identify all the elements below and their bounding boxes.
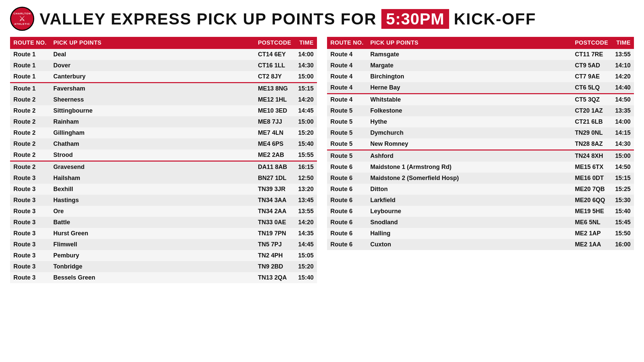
cell-route: Route 5: [327, 138, 367, 150]
cell-pickup: Dover: [50, 60, 255, 71]
cell-time: 14:10: [612, 60, 634, 71]
cell-postcode: TN28 8AZ: [572, 138, 612, 150]
cell-postcode: ME20 7QB: [572, 184, 612, 195]
cell-time: 15:00: [295, 116, 317, 127]
cell-route: Route 3: [10, 195, 50, 206]
cell-postcode: ME12 1HL: [255, 94, 295, 105]
cell-pickup: Snodland: [367, 217, 572, 228]
cell-time: 14:20: [612, 71, 634, 82]
right-table: ROUTE NO. PICK UP POINTS POSTCODE TIME R…: [327, 37, 634, 250]
title-after: KICK-OFF: [454, 10, 536, 28]
cell-postcode: CT9 5AD: [572, 60, 612, 71]
right-col-pickup-header: PICK UP POINTS: [367, 37, 572, 49]
cell-postcode: TN2 4PH: [255, 250, 295, 261]
table-row: Route 2 Strood ME2 2AB 15:55: [10, 149, 317, 161]
cell-pickup: Sittingbourne: [50, 105, 255, 116]
table-row: Route 6 Maidstone 1 (Armstrong Rd) ME15 …: [327, 162, 634, 173]
cell-route: Route 6: [327, 239, 367, 250]
cell-time: 15:15: [612, 173, 634, 184]
cell-postcode: ME2 1AP: [572, 228, 612, 239]
table-row: Route 3 Hurst Green TN19 7PN 14:35: [10, 228, 317, 239]
header-title: VALLEY EXPRESS PICK UP POINTS FOR 5:30PM…: [40, 9, 536, 29]
cell-time: 14:00: [612, 116, 634, 127]
cell-pickup: Flimwell: [50, 239, 255, 250]
cell-pickup: Hailsham: [50, 173, 255, 184]
cell-route: Route 3: [10, 228, 50, 239]
cell-route: Route 6: [327, 184, 367, 195]
cell-pickup: Birchington: [367, 71, 572, 82]
cell-postcode: TN33 0AE: [255, 217, 295, 228]
cell-pickup: Bessels Green: [50, 272, 255, 283]
left-col-pickup-header: PICK UP POINTS: [50, 37, 255, 49]
table-row: Route 3 Hastings TN34 3AA 13:45: [10, 195, 317, 206]
title-before: VALLEY EXPRESS PICK UP POINTS FOR: [40, 10, 377, 28]
cell-route: Route 1: [10, 60, 50, 71]
cell-pickup: Gravesend: [50, 161, 255, 173]
cell-time: 15:20: [295, 261, 317, 272]
cell-pickup: Gillingham: [50, 127, 255, 138]
cell-postcode: CT14 6EY: [255, 49, 295, 60]
cell-pickup: Pembury: [50, 250, 255, 261]
table-row: Route 5 New Romney TN28 8AZ 14:30: [327, 138, 634, 150]
table-row: Route 2 Chatham ME4 6PS 15:40: [10, 138, 317, 149]
cell-postcode: CT7 9AE: [572, 71, 612, 82]
cell-postcode: ME16 0DT: [572, 173, 612, 184]
table-row: Route 3 Pembury TN2 4PH 15:05: [10, 250, 317, 261]
cell-time: 15:25: [612, 184, 634, 195]
cell-route: Route 4: [327, 94, 367, 106]
cell-postcode: TN24 8XH: [572, 150, 612, 162]
cell-route: Route 1: [10, 83, 50, 95]
cell-route: Route 3: [10, 217, 50, 228]
cell-route: Route 5: [327, 127, 367, 138]
cell-postcode: TN29 0NL: [572, 127, 612, 138]
right-col-postcode-header: POSTCODE: [572, 37, 612, 49]
cell-time: 15:40: [295, 272, 317, 283]
cell-pickup: Margate: [367, 60, 572, 71]
cell-postcode: CT5 3QZ: [572, 94, 612, 106]
table-row: Route 4 Birchington CT7 9AE 14:20: [327, 71, 634, 82]
left-col-route-header: ROUTE NO.: [10, 37, 50, 49]
cell-time: 14:30: [295, 60, 317, 71]
cell-postcode: TN39 3JR: [255, 184, 295, 195]
table-row: Route 6 Larkfield ME20 6QQ 15:30: [327, 195, 634, 206]
cell-route: Route 3: [10, 261, 50, 272]
cell-route: Route 6: [327, 195, 367, 206]
cell-pickup: Bexhill: [50, 184, 255, 195]
cell-postcode: CT11 7RE: [572, 49, 612, 60]
cell-postcode: ME2 1AA: [572, 239, 612, 250]
cell-postcode: ME19 5HE: [572, 206, 612, 217]
cell-postcode: ME20 6QQ: [572, 195, 612, 206]
cell-route: Route 6: [327, 206, 367, 217]
cell-route: Route 6: [327, 162, 367, 173]
cell-time: 14:15: [612, 127, 634, 138]
cell-postcode: CT6 5LQ: [572, 82, 612, 94]
cell-pickup: Herne Bay: [367, 82, 572, 94]
right-col-time-header: TIME: [612, 37, 634, 49]
right-table-header-row: ROUTE NO. PICK UP POINTS POSTCODE TIME: [327, 37, 634, 49]
cell-time: 14:45: [295, 105, 317, 116]
cell-pickup: New Romney: [367, 138, 572, 150]
left-table-header-row: ROUTE NO. PICK UP POINTS POSTCODE TIME: [10, 37, 317, 49]
cell-time: 14:00: [295, 49, 317, 60]
table-row: Route 1 Dover CT16 1LL 14:30: [10, 60, 317, 71]
left-col-postcode-header: POSTCODE: [255, 37, 295, 49]
cell-pickup: Hurst Green: [50, 228, 255, 239]
table-row: Route 5 Folkestone CT20 1AZ 13:35: [327, 105, 634, 116]
table-row: Route 6 Cuxton ME2 1AA 16:00: [327, 239, 634, 250]
table-row: Route 1 Faversham ME13 8NG 15:15: [10, 83, 317, 95]
cell-time: 13:55: [612, 49, 634, 60]
cell-time: 15:20: [295, 127, 317, 138]
cell-route: Route 4: [327, 60, 367, 71]
cell-pickup: Deal: [50, 49, 255, 60]
cell-route: Route 6: [327, 217, 367, 228]
cell-route: Route 1: [10, 49, 50, 60]
cell-time: 14:20: [295, 94, 317, 105]
cell-time: 15:30: [612, 195, 634, 206]
cell-time: 15:50: [612, 228, 634, 239]
cell-pickup: Maidstone 1 (Armstrong Rd): [367, 162, 572, 173]
left-col-time-header: TIME: [295, 37, 317, 49]
table-row: Route 5 Ashford TN24 8XH 15:00: [327, 150, 634, 162]
cell-postcode: ME8 7JJ: [255, 116, 295, 127]
cell-time: 13:20: [295, 184, 317, 195]
cell-route: Route 2: [10, 116, 50, 127]
